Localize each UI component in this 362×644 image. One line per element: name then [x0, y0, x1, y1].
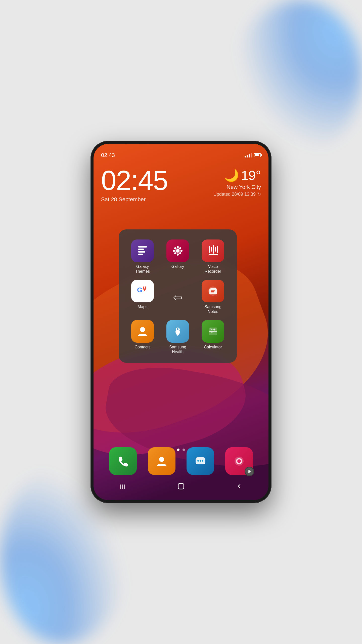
refresh-icon[interactable]: ↻: [257, 191, 261, 197]
svg-point-21: [144, 287, 145, 289]
galaxy-themes-icon: [131, 239, 154, 262]
smoke-decoration-top: [236, 0, 362, 151]
weather-city: New York City: [213, 184, 261, 190]
calculator-label: Calculator: [204, 345, 222, 349]
clock-widget: 02:45 Sat 28 September: [101, 167, 168, 203]
gallery-icon: [166, 239, 189, 262]
svg-text:+: +: [213, 327, 215, 332]
phone-mockup: 02:43 02:45 Sat 28 September 🌙: [90, 141, 272, 503]
calculator-icon: ÷ + ×: [202, 320, 224, 343]
svg-point-7: [177, 254, 179, 256]
svg-point-6: [177, 246, 179, 248]
svg-rect-18: [217, 246, 218, 253]
svg-point-38: [202, 460, 203, 462]
signal-bar-2: [247, 155, 248, 157]
maps-icon: G: [131, 280, 154, 302]
svg-rect-19: [209, 254, 218, 255]
nav-home-button[interactable]: [173, 479, 189, 494]
app-item-voice-recorder[interactable]: VoiceRecorder: [197, 237, 229, 275]
weather-main: 🌙 19°: [213, 168, 261, 183]
dock: [104, 447, 258, 475]
svg-rect-44: [122, 485, 123, 489]
svg-rect-25: [211, 293, 214, 293]
weather-temperature: 19°: [241, 168, 261, 183]
dock-app-messages[interactable]: [187, 447, 214, 475]
svg-point-41: [237, 459, 241, 463]
app-item-gallery[interactable]: Gallery: [161, 237, 194, 275]
contacts-label: Contacts: [134, 345, 150, 349]
gear-badge: [245, 467, 254, 476]
svg-point-26: [140, 327, 145, 332]
svg-rect-3: [138, 254, 143, 255]
svg-rect-2: [138, 251, 145, 253]
svg-point-36: [197, 460, 199, 462]
svg-point-5: [176, 249, 179, 253]
app-item-galaxy-themes[interactable]: GalaxyThemes: [126, 237, 159, 275]
clock-date: Sat 28 September: [101, 196, 168, 203]
status-bar: 02:43: [101, 149, 261, 162]
dock-app-screen-recorder[interactable]: [225, 447, 253, 475]
weather-updated-text: Updated 28/09 13:39: [213, 192, 256, 197]
maps-label: Maps: [138, 304, 147, 309]
svg-rect-14: [209, 246, 210, 253]
signal-bar-4: [251, 153, 252, 157]
phone-screen: 02:43 02:45 Sat 28 September 🌙: [94, 144, 268, 500]
weather-updated: Updated 28/09 13:39 ↻: [213, 191, 261, 197]
svg-rect-0: [138, 246, 147, 248]
svg-point-13: [174, 252, 176, 254]
svg-point-34: [159, 457, 164, 462]
gallery-label: Gallery: [171, 264, 184, 269]
battery-fill: [255, 154, 259, 156]
contacts-icon: [131, 320, 154, 343]
app-item-calculator[interactable]: ÷ + × Calculator: [197, 317, 229, 355]
voice-recorder-label: VoiceRecorder: [205, 264, 221, 274]
svg-rect-23: [211, 290, 215, 291]
clock-time: 02:45: [101, 167, 168, 194]
weather-moon-icon: 🌙: [224, 168, 239, 182]
app-item-contacts[interactable]: Contacts: [126, 317, 159, 355]
svg-rect-1: [138, 249, 144, 250]
signal-bars: [245, 153, 252, 157]
samsung-notes-label: SamsungNotes: [204, 304, 221, 314]
svg-rect-24: [211, 291, 214, 292]
nav-bar: [94, 477, 268, 495]
dock-app-phone[interactable]: [109, 447, 137, 475]
back-arrow-slot: ⇦: [161, 277, 194, 315]
svg-rect-17: [215, 247, 216, 252]
svg-point-8: [173, 250, 175, 252]
nav-back-button[interactable]: [232, 479, 247, 494]
status-icons: [245, 153, 261, 157]
battery-icon: [254, 153, 261, 157]
svg-point-37: [200, 460, 201, 462]
samsung-health-label: SamsungHealth: [169, 345, 186, 354]
status-time: 02:43: [101, 152, 115, 158]
app-item-samsung-notes[interactable]: SamsungNotes: [197, 277, 229, 315]
app-item-maps[interactable]: G Maps: [126, 277, 159, 315]
svg-point-10: [174, 247, 176, 249]
galaxy-themes-label: GalaxyThemes: [135, 264, 150, 274]
svg-point-12: [179, 247, 181, 249]
svg-rect-16: [213, 245, 214, 254]
voice-recorder-icon: [202, 239, 224, 262]
weather-widget: 🌙 19° New York City Updated 28/09 13:39 …: [213, 168, 261, 197]
samsung-health-icon: [166, 320, 189, 343]
svg-rect-46: [178, 484, 184, 489]
svg-text:×: ×: [210, 327, 212, 332]
svg-text:G: G: [137, 286, 143, 294]
svg-rect-45: [124, 485, 125, 489]
svg-rect-15: [211, 247, 212, 252]
svg-point-11: [179, 252, 181, 254]
back-arrow-icon: ⇦: [173, 291, 183, 304]
signal-bar-3: [249, 154, 250, 157]
dock-app-contacts[interactable]: [148, 447, 175, 475]
app-item-samsung-health[interactable]: SamsungHealth: [161, 317, 194, 355]
signal-bar-1: [245, 156, 246, 157]
nav-recent-button[interactable]: [115, 479, 130, 494]
samsung-notes-icon: [202, 280, 224, 302]
svg-point-9: [180, 250, 183, 252]
svg-rect-43: [120, 485, 121, 489]
app-grid: GalaxyThemes: [126, 237, 229, 355]
app-folder: GalaxyThemes: [119, 229, 237, 363]
svg-point-28: [177, 328, 178, 330]
